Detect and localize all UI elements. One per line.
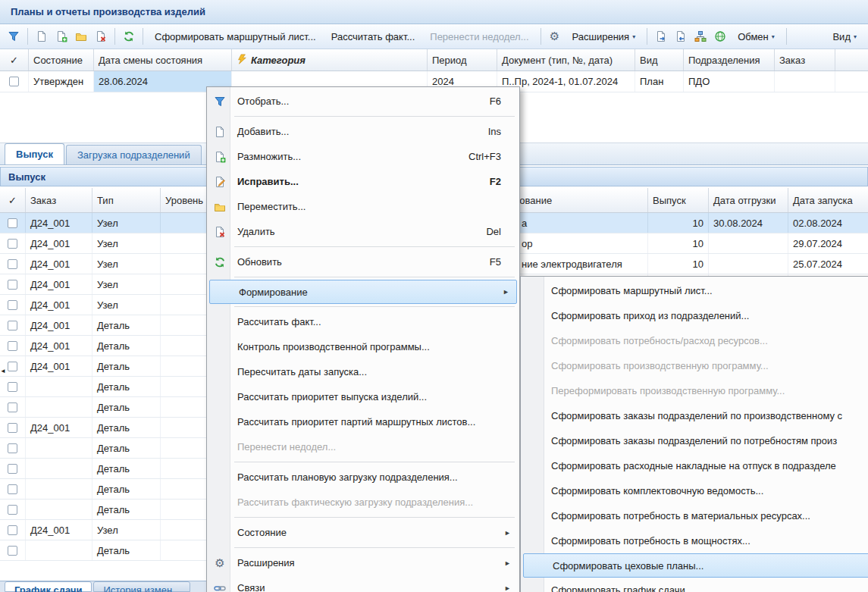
cell-check[interactable]	[0, 377, 26, 396]
row-checkbox[interactable]	[8, 525, 17, 535]
menu-item-edit[interactable]: Исправить...F2	[208, 169, 518, 194]
row-checkbox[interactable]	[8, 341, 17, 351]
submenu-item-material-demand[interactable]: Сформировать потребность в материальных …	[522, 503, 868, 528]
hierarchy-icon[interactable]	[691, 27, 710, 45]
menu-item-priority-batches[interactable]: Рассчитать приоритет партий маршрутных л…	[208, 409, 518, 434]
tab-vypusk[interactable]: Выпуск	[5, 143, 64, 164]
menu-item-calc-planned-load[interactable]: Рассчитать плановую загрузку подразделен…	[208, 465, 518, 490]
cell-check[interactable]	[0, 295, 26, 315]
splitter-collapse-arrow[interactable]: ◄	[0, 364, 6, 377]
cell-check[interactable]	[0, 254, 26, 274]
menu-item-formation[interactable]: Формирование►	[209, 280, 517, 304]
col-state-date[interactable]: Дата смены состояния	[94, 49, 232, 70]
cell-type: Узел	[92, 274, 161, 294]
exchange-button[interactable]: Обмен▾	[731, 28, 782, 45]
col-divisions[interactable]: Подразделения	[684, 49, 775, 70]
submenu-item-picking-list[interactable]: Сформировать комплектовочную ведомость..…	[522, 478, 868, 503]
cell-check[interactable]	[0, 459, 26, 478]
menu-item-calc-fact[interactable]: Рассчитать факт...	[208, 309, 518, 334]
row-checkbox[interactable]	[8, 443, 17, 453]
format-route-sheet-button[interactable]: Сформировать маршрутный лист...	[148, 28, 323, 45]
tab-istoriya-izmeneniy[interactable]: История измен...	[93, 581, 190, 592]
row-checkbox[interactable]	[8, 505, 17, 515]
new-document-icon[interactable]	[33, 27, 51, 45]
row-checkbox[interactable]	[8, 259, 17, 269]
menu-item-delete[interactable]: УдалитьDel	[208, 219, 518, 244]
view-button[interactable]: Вид▾	[826, 28, 863, 45]
menu-item-priority-output[interactable]: Рассчитать приоритет выпуска изделий...	[208, 384, 518, 409]
row-checkbox[interactable]	[8, 423, 17, 433]
extensions-button[interactable]: Расширения▾	[566, 28, 643, 45]
submenu-item-issue-notes[interactable]: Сформировать расходные накладные на отпу…	[522, 453, 868, 478]
row-checkbox[interactable]	[8, 300, 17, 310]
col-output[interactable]: Выпуск	[648, 188, 709, 212]
col-document[interactable]: Документ (тип, №, дата)	[497, 49, 635, 70]
col-type[interactable]: Тип	[92, 188, 161, 212]
submenu-item-division-orders-by-needs[interactable]: Сформировать заказы подразделений по пот…	[522, 428, 868, 453]
col-state[interactable]: Состояние	[29, 49, 94, 70]
row-checkbox[interactable]	[8, 402, 17, 412]
menu-item-state[interactable]: Состояние►	[208, 520, 518, 545]
import-document-icon[interactable]	[672, 27, 690, 45]
row-checkbox[interactable]	[8, 546, 17, 556]
submenu-item-division-orders-by-schedule[interactable]: Сформировать заказы подразделений по про…	[522, 403, 868, 428]
row-checkbox[interactable]	[8, 239, 17, 249]
col-kind[interactable]: Вид	[635, 49, 684, 70]
menu-item-filter[interactable]: Отобрать...F6	[208, 89, 518, 114]
row-checkbox[interactable]	[8, 382, 17, 392]
col-launch-date[interactable]: Дата запуска	[788, 188, 868, 212]
menu-item-extensions[interactable]: ⚙Расширения►	[208, 550, 518, 575]
row-checkbox[interactable]	[8, 464, 17, 474]
row-checkbox[interactable]	[8, 362, 17, 371]
submenu-item-shop-plans[interactable]: Сформировать цеховые планы...	[523, 553, 868, 578]
delete-document-icon[interactable]	[92, 27, 110, 45]
cell-check[interactable]	[0, 397, 26, 417]
col-category[interactable]: Категория	[232, 49, 428, 70]
cell-check[interactable]	[0, 520, 26, 540]
col-ship-date[interactable]: Дата отгрузки	[709, 188, 788, 212]
submenu-item-delivery-schedule[interactable]: Сформировать график сдачи...	[522, 578, 868, 592]
row-checkbox[interactable]	[8, 218, 17, 228]
menu-item-move[interactable]: Переместить...	[208, 194, 518, 219]
col-period[interactable]: Период	[428, 49, 497, 70]
col-check[interactable]: ✓	[0, 188, 26, 212]
row-checkbox[interactable]	[8, 321, 17, 330]
menu-item-refresh[interactable]: ОбновитьF5	[208, 249, 518, 274]
refresh-icon[interactable]	[120, 27, 138, 45]
menu-item-recalc-launch-dates[interactable]: Пересчитать даты запуска...	[208, 359, 518, 384]
exchange-globe-icon[interactable]	[711, 27, 729, 45]
move-to-folder-icon[interactable]	[72, 27, 90, 45]
cell-check[interactable]	[0, 438, 26, 458]
row-checkbox[interactable]	[8, 484, 17, 494]
cell-check[interactable]	[0, 418, 26, 437]
submenu-item-receipt-from-divisions[interactable]: Сформировать приход из подразделений...	[522, 303, 868, 328]
cell-check[interactable]	[0, 213, 26, 233]
cell-check[interactable]	[0, 500, 26, 519]
col-check[interactable]: ✓	[0, 49, 29, 70]
cell-check[interactable]	[0, 315, 26, 335]
submenu-item-capacity-demand[interactable]: Сформировать потребность в мощностях...	[522, 528, 868, 553]
row-checkbox[interactable]	[8, 280, 17, 290]
col-order[interactable]: Заказ	[26, 188, 92, 212]
tab-grafik-sdachi[interactable]: График сдачи	[5, 581, 92, 592]
calc-fact-button[interactable]: Рассчитать факт...	[324, 28, 422, 45]
extensions-gear-icon[interactable]: ⚙	[546, 27, 564, 45]
menu-item-links[interactable]: Связи►	[208, 575, 518, 592]
cell-check[interactable]	[0, 274, 26, 294]
menu-item-add[interactable]: Добавить...Ins	[208, 119, 518, 144]
filter-icon[interactable]	[5, 27, 23, 45]
cell-check[interactable]	[0, 71, 29, 92]
cell-check[interactable]	[0, 336, 26, 356]
col-order[interactable]: Заказ	[775, 49, 835, 70]
submenu-item-route-sheet[interactable]: Сформировать маршрутный лист...	[522, 278, 868, 303]
menu-item-control-program[interactable]: Контроль производственной программы...	[208, 334, 518, 359]
menu-item-duplicate[interactable]: Размножить...Ctrl+F3	[208, 144, 518, 169]
cell-check[interactable]	[0, 540, 26, 560]
cell-type: Деталь	[92, 500, 161, 519]
tab-zagruzka-podrazdeleniy[interactable]: Загрузка подразделений	[66, 145, 202, 164]
copy-document-icon[interactable]	[52, 27, 71, 45]
cell-check[interactable]	[0, 479, 26, 499]
row-checkbox[interactable]	[9, 77, 19, 86]
export-document-icon[interactable]	[652, 27, 670, 45]
cell-check[interactable]	[0, 233, 26, 253]
